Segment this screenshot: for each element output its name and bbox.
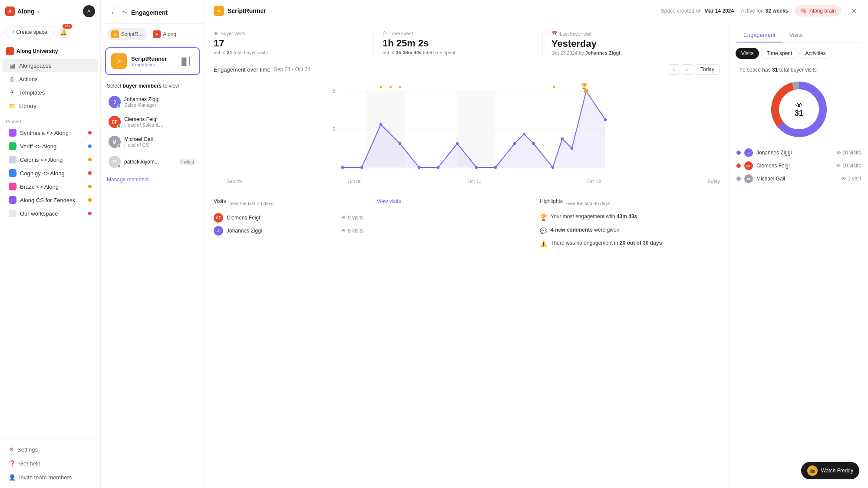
svg-point-23 <box>604 118 607 121</box>
svg-text:👁: 👁 <box>795 102 802 109</box>
chevron-down-icon: ▾ <box>37 9 40 14</box>
sidebar-item-veriff[interactable]: Veriff <> Along <box>3 140 98 153</box>
space-dot <box>9 169 17 177</box>
member-item-johannes[interactable]: J Johannes Ziggi Sales Manager <box>104 92 201 111</box>
scriptrunner-tab[interactable]: S ScriptR... <box>107 28 147 40</box>
next-button[interactable]: › <box>682 64 692 75</box>
tab-visits[interactable]: Visits <box>782 28 810 43</box>
settings-icon: ⚙ <box>9 446 14 453</box>
pinned-label: Pinned <box>0 115 100 126</box>
library-icon: 📁 <box>9 102 16 109</box>
member-item-clemens[interactable]: CF Clemens Feigl Head of Sales &… <box>104 112 201 131</box>
member-item-patrick[interactable]: P patrick.kiyom... Invited <box>104 152 201 171</box>
create-space-button[interactable]: + Create space <box>5 26 54 38</box>
today-button[interactable]: Today <box>695 64 720 75</box>
along-logo-icon: A <box>5 7 15 16</box>
prev-button[interactable]: ‹ <box>669 64 679 75</box>
svg-text:5: 5 <box>333 88 336 94</box>
chart-bars-icon: ▐▌▎ <box>179 57 194 66</box>
along-tab[interactable]: A Along <box>149 28 181 40</box>
sidebar-item-cognigy[interactable]: Cognigy <> Along <box>3 167 98 180</box>
along-brain-button[interactable]: 🧠 Along brain <box>795 5 841 16</box>
member-name: patrick.kiyom... <box>124 159 175 165</box>
avatar-clemens: CF <box>744 161 753 170</box>
visitor-breakdown: J Johannes Ziggi 👁 20 visits CF Clemens … <box>736 148 861 183</box>
clock-icon: ⏱ <box>383 31 387 36</box>
notification-button[interactable]: 🔔 99+ <box>57 26 70 39</box>
member-item-michael[interactable]: M Michael Gall Head of CS <box>104 132 201 151</box>
space-dot <box>9 156 17 164</box>
member-info: Johannes Ziggi Sales Manager <box>124 96 197 108</box>
back-button[interactable]: ‹ <box>107 7 118 18</box>
invited-badge: Invited <box>179 159 197 165</box>
eye-icon: 👁 <box>836 150 841 156</box>
middle-header: ‹ 〜 Engagement <box>101 0 205 24</box>
logo-area[interactable]: A Along ▾ <box>5 7 40 16</box>
sidebar-item-workspace[interactable]: Our workspace <box>3 207 98 220</box>
trophy-icon: 🏆 <box>540 213 547 222</box>
svg-point-11 <box>418 166 421 169</box>
sidebar: A Along ▾ A + Create space 🔔 99+ Along U… <box>0 0 101 488</box>
dot-michael <box>736 177 741 181</box>
select-members-label: Select buyer members to view <box>101 79 205 92</box>
status-dot <box>88 144 92 148</box>
sidebar-item-celonis[interactable]: Celonis <> Along <box>3 153 98 166</box>
sub-tab-visits[interactable]: Visits <box>736 48 759 59</box>
right-tabs: Engagement Visits <box>736 28 861 43</box>
eye-icon: 👁 <box>836 163 841 169</box>
svg-point-12 <box>437 166 440 169</box>
member-role: Sales Manager <box>124 102 197 108</box>
sidebar-top: A Along ▾ A <box>0 0 100 21</box>
freddy-avatar: 🎬 <box>807 465 818 476</box>
visit-row: CF Clemens Feigl 👁 9 visits <box>214 213 364 223</box>
engagement-icon: 〜 <box>122 9 128 16</box>
visits-col: Visits over the last 30 days CF Clemens … <box>214 198 364 253</box>
space-name: Cognigy <> Along <box>20 170 85 177</box>
main-header-left: > ScriptRunner <box>214 6 266 16</box>
right-panel: Engagement Visits Visits Time spent Acti… <box>729 22 868 488</box>
status-dot <box>88 171 92 175</box>
status-dot <box>88 131 92 134</box>
main-title: ScriptRunner <box>228 7 266 14</box>
member-status-dot <box>117 164 121 168</box>
get-help-item[interactable]: ❓ Get help <box>3 457 98 470</box>
sidebar-item-synthesia[interactable]: Synthesia <> Along <box>3 126 98 139</box>
watch-freddy-button[interactable]: 🎬 Watch Freddy <box>801 462 859 479</box>
member-avatar: J <box>109 96 121 108</box>
sidebar-item-braze[interactable]: Braze <> Along <box>3 180 98 193</box>
tab-engagement[interactable]: Engagement <box>736 28 782 43</box>
highlight-item: 🏆 Your most engagement with 43m 43s <box>540 213 720 222</box>
svg-text:🏆: 🏆 <box>581 82 588 90</box>
right-sub-tabs: Visits Time spent Activities <box>729 43 868 62</box>
templates-icon: ✈ <box>9 89 16 96</box>
last-buyer-visit-stat: 📅 Last buyer visit Yesterday Oct 23 2024… <box>551 31 711 56</box>
svg-point-14 <box>475 166 478 169</box>
sidebar-item-actions[interactable]: ◎ Actions <box>3 72 98 85</box>
highlight-item: 💬 4 new comments were given <box>540 226 720 236</box>
nav-section: ▦ Alongspaces ◎ Actions ✈ Templates 📁 Li… <box>0 57 100 115</box>
status-dot <box>88 198 92 202</box>
sidebar-item-templates[interactable]: ✈ Templates <box>3 86 98 99</box>
member-status-dot <box>117 105 121 108</box>
invite-team-members-item[interactable]: 👤 Invite team members <box>3 471 98 484</box>
visits-highlights-section: Visits over the last 30 days CF Clemens … <box>214 191 720 253</box>
view-visits-link[interactable]: View visits <box>377 198 527 204</box>
visit-row: J Johannes Ziggi 👁 8 visits <box>214 226 364 236</box>
manage-members-link[interactable]: Manage members <box>101 172 205 187</box>
sidebar-item-zendesk[interactable]: Along CS for Zendesk <box>3 193 98 206</box>
scriptrunner-card[interactable]: > ScriptRunner 3 members ▐▌▎ <box>105 47 200 75</box>
eye-icon-small: 👁 <box>341 228 347 234</box>
sidebar-item-library[interactable]: 📁 Library <box>3 99 98 112</box>
chart-nav: ‹ › Today <box>669 64 720 75</box>
space-dot <box>9 196 17 204</box>
sub-tab-time-spent[interactable]: Time spent <box>761 48 798 59</box>
space-dot <box>9 183 17 190</box>
close-button[interactable]: ✕ <box>848 5 859 16</box>
settings-item[interactable]: ⚙ Settings <box>3 443 98 456</box>
member-name: Johannes Ziggi <box>124 96 197 102</box>
sub-tab-activities[interactable]: Activities <box>799 48 831 59</box>
comment-icon: 💬 <box>540 227 547 236</box>
sidebar-item-alongspaces[interactable]: ▦ Alongspaces <box>3 59 98 72</box>
avatar[interactable]: A <box>83 5 95 17</box>
logo-text: Along <box>17 8 35 15</box>
